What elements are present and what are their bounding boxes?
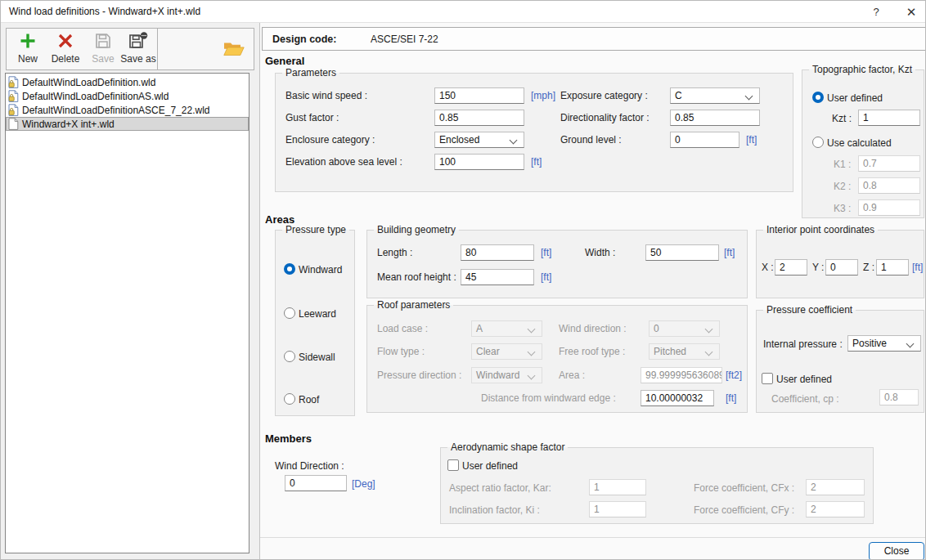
k1-label: K1 : (834, 159, 851, 170)
pressure-type-leeward-label: Leeward (299, 308, 336, 320)
load-case-label: Load case : (377, 323, 428, 334)
roof-wind-direction-select: 0 (649, 320, 720, 337)
pressure-type-leeward-radio[interactable] (284, 307, 295, 319)
pressure-type-sidewall-label: Sidewall (299, 352, 335, 363)
ki-label: Inclination factor, Ki : (449, 504, 540, 516)
basic-wind-speed-input[interactable]: 150 (434, 87, 524, 104)
enclosure-category-select[interactable]: Enclosed (434, 132, 524, 148)
save-as-icon (128, 32, 148, 52)
x-label: X : (762, 262, 774, 273)
length-label: Length : (377, 247, 412, 258)
wld-file-list: DefaultWindLoadDefinition.wld DefaultWin… (5, 73, 249, 553)
cfy-input: 2 (806, 501, 865, 517)
close-button[interactable]: Close (869, 542, 924, 560)
gust-factor-input[interactable]: 0.85 (434, 110, 524, 126)
use-calculated-radio[interactable] (812, 137, 824, 148)
pressure-type-group-title: Pressure type (282, 224, 349, 235)
open-folder-icon (223, 48, 245, 60)
elevation-input[interactable]: 100 (434, 154, 524, 170)
z-input[interactable]: 1 (876, 259, 909, 276)
file-list-item[interactable]: DefaultWindLoadDefinition.wld (6, 75, 249, 89)
new-icon (19, 32, 37, 52)
topographic-group-title: Topographic factor, Kzt (809, 64, 915, 75)
length-unit: [ft] (541, 247, 551, 258)
save-button: Save (87, 30, 119, 69)
user-defined-kzt-radio[interactable] (812, 92, 824, 103)
kzt-label: Kzt : (832, 113, 852, 124)
pressure-direction-label: Pressure direction : (377, 370, 461, 381)
pressure-type-sidewall-radio[interactable] (284, 351, 295, 362)
internal-pressure-select[interactable]: Positive (847, 335, 921, 352)
interior-point-group: Interior point coordinates X : 2 Y : 0 Z… (756, 230, 924, 298)
members-wind-direction-unit: [Deg] (352, 478, 375, 490)
design-code-value: ASCE/SEI 7-22 (371, 34, 438, 45)
load-case-select: A (471, 320, 542, 337)
kzt-input[interactable]: 1 (858, 110, 920, 126)
file-name: Windward+X int+.wld (22, 119, 115, 130)
pressure-coefficient-group: Pressure coefficient Internal pressure :… (756, 310, 924, 413)
help-button[interactable]: ? (864, 2, 888, 21)
pressure-type-windward-label: Windward (299, 264, 342, 276)
length-input[interactable]: 80 (461, 244, 534, 261)
save-button-label: Save (92, 53, 114, 65)
ki-input: 1 (589, 501, 646, 517)
members-wind-direction-input[interactable]: 0 (285, 475, 347, 491)
file-list-item[interactable]: DefaultWindLoadDefinitionAS.wld (6, 89, 249, 103)
width-unit: [ft] (724, 247, 735, 258)
exposure-category-select[interactable]: C (670, 87, 760, 104)
x-input[interactable]: 2 (775, 259, 807, 276)
ground-level-label: Ground level : (560, 134, 622, 146)
user-defined-kzt-label: User defined (827, 92, 883, 104)
pressure-type-roof-radio[interactable] (284, 393, 295, 405)
width-input[interactable]: 50 (645, 244, 719, 261)
cp-user-defined-checkbox[interactable] (762, 373, 773, 384)
gust-factor-label: Gust factor : (285, 112, 339, 123)
pressure-type-windward-radio[interactable] (284, 263, 295, 275)
roof-parameters-group: Roof parameters Load case : A Wind direc… (366, 305, 748, 413)
save-as-button-label: Save as (120, 53, 155, 65)
delete-button[interactable]: Delete (46, 30, 85, 69)
y-input[interactable]: 0 (825, 259, 858, 276)
distance-windward-edge-input[interactable]: 10.00000032 (641, 390, 714, 406)
file-list-item-selected[interactable]: Windward+X int+.wld (6, 117, 249, 131)
directionality-factor-input[interactable]: 0.85 (670, 110, 760, 126)
save-as-button[interactable]: Save as (119, 30, 157, 69)
general-heading: General (265, 55, 304, 67)
file-icon (8, 118, 19, 130)
design-code-bar: Design code: ASCE/SEI 7-22 (262, 27, 926, 51)
cfy-label: Force coefficient, CFy : (694, 504, 794, 516)
footer-separator (260, 537, 926, 538)
distance-windward-edge-label: Distance from windward edge : (481, 392, 616, 404)
window-close-button[interactable]: ✕ (899, 2, 924, 21)
k1-input: 0.7 (858, 155, 920, 172)
flow-type-select: Clear (471, 343, 542, 360)
definition-editor-panel: Design code: ASCE/SEI 7-22 General Param… (259, 23, 926, 560)
aerodynamic-user-defined-checkbox[interactable] (447, 459, 459, 471)
area-unit: [ft2] (726, 370, 742, 381)
k3-input: 0.9 (858, 199, 920, 216)
enclosure-category-label: Enclosure category : (285, 134, 375, 146)
interior-point-title: Interior point coordinates (763, 224, 878, 235)
parameters-group-title: Parameters (282, 67, 339, 78)
aerodynamic-title: Aerodynamic shape factor (447, 441, 568, 453)
locked-file-icon (8, 104, 19, 116)
mean-roof-height-input[interactable]: 45 (461, 269, 534, 285)
kar-label: Aspect ratio factor, Kar: (449, 482, 551, 494)
ground-level-input[interactable]: 0 (670, 132, 739, 148)
mean-roof-height-unit: [ft] (541, 271, 551, 283)
elevation-unit: [ft] (531, 156, 542, 168)
basic-wind-speed-unit: [mph] (531, 90, 555, 101)
open-folder-button[interactable] (223, 40, 246, 58)
mean-roof-height-label: Mean roof height : (377, 271, 456, 283)
coefficient-cp-input: 0.8 (879, 389, 919, 405)
pressure-type-group: Pressure type Windward Leeward Sidewall … (275, 230, 355, 416)
aerodynamic-shape-factor-group: Aerodynamic shape factor User defined As… (440, 447, 874, 524)
exposure-category-label: Exposure category : (560, 90, 648, 101)
new-button[interactable]: New (10, 30, 46, 69)
toolbar-open-section (157, 28, 254, 70)
file-name: DefaultWindLoadDefinition.wld (22, 77, 155, 88)
file-list-item[interactable]: DefaultWindLoadDefinitionASCE_7_22.wld (6, 103, 249, 117)
k3-label: K3 : (834, 203, 851, 214)
delete-icon (56, 32, 74, 52)
free-roof-type-label: Free roof type : (559, 346, 625, 357)
